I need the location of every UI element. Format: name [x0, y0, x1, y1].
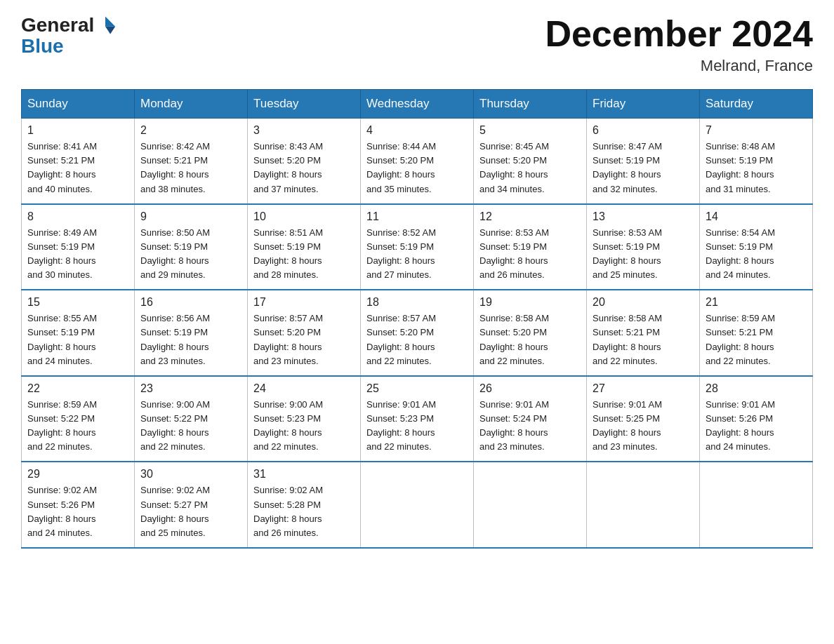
week-row-1: 1Sunrise: 8:41 AM Sunset: 5:21 PM Daylig…	[22, 119, 813, 204]
day-cell: 8Sunrise: 8:49 AM Sunset: 5:19 PM Daylig…	[22, 204, 135, 290]
day-number: 15	[27, 296, 128, 309]
day-number: 20	[593, 296, 694, 309]
day-number: 18	[366, 296, 468, 309]
day-cell: 16Sunrise: 8:56 AM Sunset: 5:19 PM Dayli…	[135, 290, 248, 376]
day-cell: 31Sunrise: 9:02 AM Sunset: 5:28 PM Dayli…	[248, 462, 361, 548]
week-row-2: 8Sunrise: 8:49 AM Sunset: 5:19 PM Daylig…	[22, 204, 813, 290]
day-number: 25	[366, 382, 468, 395]
day-number: 8	[27, 210, 128, 223]
day-info: Sunrise: 8:43 AM Sunset: 5:20 PM Dayligh…	[253, 140, 355, 196]
day-cell	[361, 462, 474, 548]
day-cell: 17Sunrise: 8:57 AM Sunset: 5:20 PM Dayli…	[248, 290, 361, 376]
day-cell: 13Sunrise: 8:53 AM Sunset: 5:19 PM Dayli…	[587, 204, 700, 290]
day-info: Sunrise: 8:57 AM Sunset: 5:20 PM Dayligh…	[253, 311, 355, 368]
day-number: 19	[479, 296, 581, 309]
day-cell: 19Sunrise: 8:58 AM Sunset: 5:20 PM Dayli…	[474, 290, 587, 376]
day-info: Sunrise: 9:00 AM Sunset: 5:22 PM Dayligh…	[140, 398, 241, 455]
day-info: Sunrise: 9:01 AM Sunset: 5:26 PM Dayligh…	[706, 398, 807, 455]
day-number: 6	[593, 124, 694, 137]
day-info: Sunrise: 8:58 AM Sunset: 5:21 PM Dayligh…	[593, 311, 694, 368]
day-number: 23	[140, 382, 241, 395]
day-number: 4	[366, 124, 468, 137]
day-info: Sunrise: 8:50 AM Sunset: 5:19 PM Dayligh…	[140, 226, 241, 283]
day-number: 29	[27, 468, 128, 481]
logo-blue: Blue	[21, 36, 64, 56]
day-info: Sunrise: 9:01 AM Sunset: 5:25 PM Dayligh…	[593, 398, 694, 455]
header-row: SundayMondayTuesdayWednesdayThursdayFrid…	[22, 90, 813, 119]
day-info: Sunrise: 8:58 AM Sunset: 5:20 PM Dayligh…	[479, 311, 581, 368]
day-number: 10	[253, 210, 355, 223]
day-cell: 18Sunrise: 8:57 AM Sunset: 5:20 PM Dayli…	[361, 290, 474, 376]
calendar-table: SundayMondayTuesdayWednesdayThursdayFrid…	[21, 89, 813, 549]
day-cell: 11Sunrise: 8:52 AM Sunset: 5:19 PM Dayli…	[361, 204, 474, 290]
day-number: 31	[253, 468, 355, 481]
title-block: December 2024 Melrand, France	[545, 14, 813, 75]
day-number: 26	[479, 382, 581, 395]
day-cell: 20Sunrise: 8:58 AM Sunset: 5:21 PM Dayli…	[587, 290, 700, 376]
day-cell	[474, 462, 587, 548]
day-cell: 26Sunrise: 9:01 AM Sunset: 5:24 PM Dayli…	[474, 376, 587, 462]
day-cell: 10Sunrise: 8:51 AM Sunset: 5:19 PM Dayli…	[248, 204, 361, 290]
header-friday: Friday	[587, 90, 700, 119]
svg-marker-1	[105, 27, 115, 34]
day-info: Sunrise: 9:02 AM Sunset: 5:26 PM Dayligh…	[27, 483, 128, 540]
day-info: Sunrise: 9:01 AM Sunset: 5:23 PM Dayligh…	[366, 398, 468, 455]
day-cell: 6Sunrise: 8:47 AM Sunset: 5:19 PM Daylig…	[587, 119, 700, 204]
day-number: 11	[366, 210, 468, 223]
day-info: Sunrise: 9:01 AM Sunset: 5:24 PM Dayligh…	[479, 398, 581, 455]
day-number: 27	[593, 382, 694, 395]
day-number: 28	[706, 382, 807, 395]
day-cell: 3Sunrise: 8:43 AM Sunset: 5:20 PM Daylig…	[248, 119, 361, 204]
day-info: Sunrise: 8:45 AM Sunset: 5:20 PM Dayligh…	[479, 140, 581, 196]
day-info: Sunrise: 9:02 AM Sunset: 5:27 PM Dayligh…	[140, 483, 241, 540]
day-info: Sunrise: 8:53 AM Sunset: 5:19 PM Dayligh…	[479, 226, 581, 283]
day-number: 14	[706, 210, 807, 223]
day-cell: 7Sunrise: 8:48 AM Sunset: 5:19 PM Daylig…	[700, 119, 813, 204]
day-number: 24	[253, 382, 355, 395]
day-cell: 2Sunrise: 8:42 AM Sunset: 5:21 PM Daylig…	[135, 119, 248, 204]
day-info: Sunrise: 8:47 AM Sunset: 5:19 PM Dayligh…	[593, 140, 694, 196]
day-info: Sunrise: 8:54 AM Sunset: 5:19 PM Dayligh…	[706, 226, 807, 283]
day-cell: 30Sunrise: 9:02 AM Sunset: 5:27 PM Dayli…	[135, 462, 248, 548]
day-info: Sunrise: 8:49 AM Sunset: 5:19 PM Dayligh…	[27, 226, 128, 283]
day-cell: 15Sunrise: 8:55 AM Sunset: 5:19 PM Dayli…	[22, 290, 135, 376]
location: Melrand, France	[545, 57, 813, 75]
day-info: Sunrise: 8:59 AM Sunset: 5:22 PM Dayligh…	[27, 398, 128, 455]
day-number: 17	[253, 296, 355, 309]
day-cell: 1Sunrise: 8:41 AM Sunset: 5:21 PM Daylig…	[22, 119, 135, 204]
day-info: Sunrise: 9:00 AM Sunset: 5:23 PM Dayligh…	[253, 398, 355, 455]
day-info: Sunrise: 9:02 AM Sunset: 5:28 PM Dayligh…	[253, 483, 355, 540]
day-cell: 14Sunrise: 8:54 AM Sunset: 5:19 PM Dayli…	[700, 204, 813, 290]
day-info: Sunrise: 8:44 AM Sunset: 5:20 PM Dayligh…	[366, 140, 468, 196]
week-row-3: 15Sunrise: 8:55 AM Sunset: 5:19 PM Dayli…	[22, 290, 813, 376]
day-number: 21	[706, 296, 807, 309]
header-sunday: Sunday	[22, 90, 135, 119]
logo-general: General	[21, 15, 94, 35]
day-cell	[587, 462, 700, 548]
day-info: Sunrise: 8:48 AM Sunset: 5:19 PM Dayligh…	[706, 140, 807, 196]
svg-marker-0	[105, 17, 115, 27]
page-header: General Blue December 2024 Melrand, Fran…	[21, 14, 813, 75]
day-cell: 5Sunrise: 8:45 AM Sunset: 5:20 PM Daylig…	[474, 119, 587, 204]
day-cell: 23Sunrise: 9:00 AM Sunset: 5:22 PM Dayli…	[135, 376, 248, 462]
header-monday: Monday	[135, 90, 248, 119]
day-number: 9	[140, 210, 241, 223]
day-info: Sunrise: 8:52 AM Sunset: 5:19 PM Dayligh…	[366, 226, 468, 283]
day-cell: 21Sunrise: 8:59 AM Sunset: 5:21 PM Dayli…	[700, 290, 813, 376]
day-number: 5	[479, 124, 581, 137]
header-tuesday: Tuesday	[248, 90, 361, 119]
header-thursday: Thursday	[474, 90, 587, 119]
week-row-5: 29Sunrise: 9:02 AM Sunset: 5:26 PM Dayli…	[22, 462, 813, 548]
day-info: Sunrise: 8:55 AM Sunset: 5:19 PM Dayligh…	[27, 311, 128, 368]
day-cell: 24Sunrise: 9:00 AM Sunset: 5:23 PM Dayli…	[248, 376, 361, 462]
day-number: 1	[27, 124, 128, 137]
day-info: Sunrise: 8:41 AM Sunset: 5:21 PM Dayligh…	[27, 140, 128, 196]
day-number: 30	[140, 468, 241, 481]
day-cell: 25Sunrise: 9:01 AM Sunset: 5:23 PM Dayli…	[361, 376, 474, 462]
day-number: 13	[593, 210, 694, 223]
logo: General Blue	[21, 14, 117, 56]
day-cell: 9Sunrise: 8:50 AM Sunset: 5:19 PM Daylig…	[135, 204, 248, 290]
day-cell: 27Sunrise: 9:01 AM Sunset: 5:25 PM Dayli…	[587, 376, 700, 462]
week-row-4: 22Sunrise: 8:59 AM Sunset: 5:22 PM Dayli…	[22, 376, 813, 462]
day-cell: 28Sunrise: 9:01 AM Sunset: 5:26 PM Dayli…	[700, 376, 813, 462]
